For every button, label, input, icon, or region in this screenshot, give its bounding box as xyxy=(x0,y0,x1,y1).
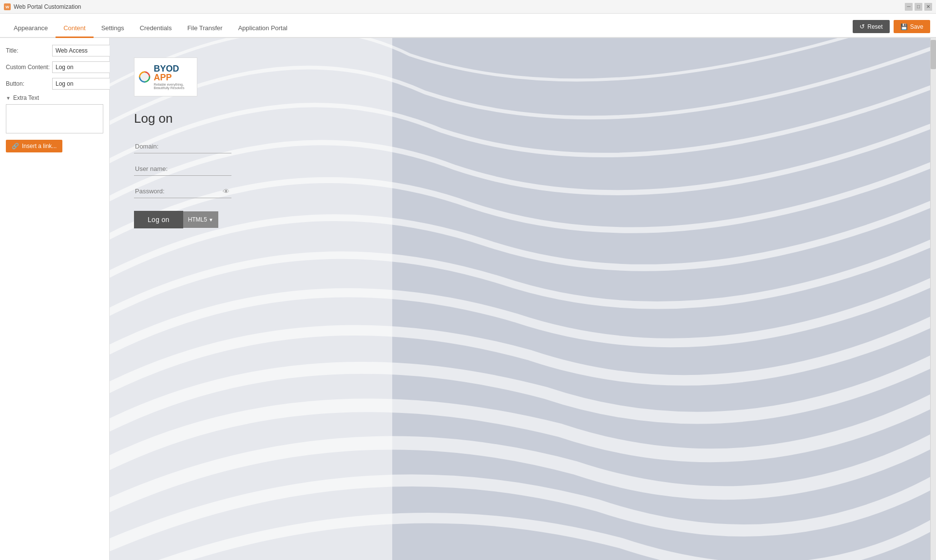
password-wrapper: 👁 xyxy=(134,185,231,198)
left-panel: Title: Custom Content: Button: ▼ Extra T… xyxy=(0,38,110,560)
extra-text-textarea[interactable] xyxy=(6,104,103,133)
logo-box: BYOD APP Reliable everything, Beautifull… xyxy=(134,57,197,96)
title-label: Title: xyxy=(6,47,52,54)
custom-content-row: Custom Content: xyxy=(6,61,103,73)
domain-field[interactable] xyxy=(134,140,231,153)
reset-label: Reset xyxy=(867,23,882,30)
byod-icon xyxy=(138,67,151,87)
nav-actions: ↺ Reset 💾 Save xyxy=(853,20,930,37)
nav-bar: Appearance Content Settings Credentials … xyxy=(0,14,936,38)
extra-text-header[interactable]: ▼ Extra Text xyxy=(6,94,103,101)
logon-button[interactable]: Log on xyxy=(134,211,183,228)
extra-text-label: Extra Text xyxy=(13,94,39,101)
title-bar: W Web Portal Customization ─ □ ✕ xyxy=(0,0,936,14)
insert-link-label: Insert a link... xyxy=(22,143,57,149)
html5-button[interactable]: HTML5 ▼ xyxy=(183,211,218,228)
svg-text:W: W xyxy=(5,5,9,9)
button-row: Button: xyxy=(6,78,103,90)
window-controls: ─ □ ✕ xyxy=(905,3,932,11)
html5-dropdown-icon[interactable]: ▼ xyxy=(209,217,213,223)
button-label: Button: xyxy=(6,80,52,87)
byod-text-sub: Reliable everything, Beautifully Resolve… xyxy=(153,83,193,90)
save-icon: 💾 xyxy=(900,23,908,30)
save-label: Save xyxy=(910,23,923,30)
title-row: Title: xyxy=(6,45,103,56)
custom-content-label: Custom Content: xyxy=(6,64,52,71)
byod-text-top: BYOD xyxy=(153,64,193,73)
app-icon: W xyxy=(4,3,11,10)
tab-appearance[interactable]: Appearance xyxy=(6,20,56,38)
save-button[interactable]: 💾 Save xyxy=(894,20,930,33)
close-button[interactable]: ✕ xyxy=(924,3,932,11)
byod-text-mid: APP xyxy=(153,73,193,82)
chevron-down-icon: ▼ xyxy=(6,95,11,101)
minimize-button[interactable]: ─ xyxy=(905,3,913,11)
nav-tabs: Appearance Content Settings Credentials … xyxy=(6,20,295,37)
link-icon: 🔗 xyxy=(12,143,19,149)
byod-logo: BYOD APP Reliable everything, Beautifull… xyxy=(138,64,193,90)
login-overlay: BYOD APP Reliable everything, Beautifull… xyxy=(110,38,392,560)
extra-text-section: ▼ Extra Text 🔗 Insert a link... xyxy=(6,94,103,152)
app-body: Title: Custom Content: Button: ▼ Extra T… xyxy=(0,38,936,560)
logon-btn-wrap: Log on HTML5 ▼ xyxy=(134,211,368,228)
username-field[interactable] xyxy=(134,162,231,176)
scrollbar-thumb[interactable] xyxy=(931,40,936,69)
insert-link-button[interactable]: 🔗 Insert a link... xyxy=(6,140,62,152)
tab-file-transfer[interactable]: File Transfer xyxy=(179,20,230,38)
login-title: Log on xyxy=(134,111,368,126)
reset-icon: ↺ xyxy=(860,23,865,30)
eye-icon[interactable]: 👁 xyxy=(223,187,229,195)
tab-content[interactable]: Content xyxy=(56,20,94,38)
byod-text-block: BYOD APP Reliable everything, Beautifull… xyxy=(153,64,193,90)
right-scrollbar[interactable] xyxy=(930,38,936,560)
tab-application-portal[interactable]: Application Portal xyxy=(230,20,295,38)
maximize-button[interactable]: □ xyxy=(915,3,922,11)
html5-label: HTML5 xyxy=(188,216,207,223)
tab-settings[interactable]: Settings xyxy=(94,20,132,38)
password-field[interactable] xyxy=(134,185,231,198)
preview-panel: BYOD APP Reliable everything, Beautifull… xyxy=(110,38,936,560)
tab-credentials[interactable]: Credentials xyxy=(132,20,180,38)
reset-button[interactable]: ↺ Reset xyxy=(853,20,889,33)
window-title: Web Portal Customization xyxy=(14,3,81,10)
